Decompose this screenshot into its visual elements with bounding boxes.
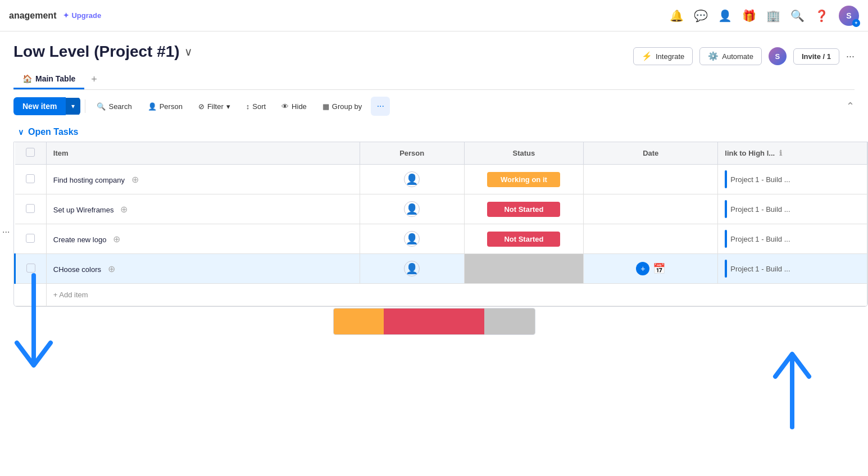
row-4-link-text: Project 1 - Build ... bbox=[730, 265, 790, 273]
summary-col-link bbox=[756, 308, 868, 335]
row-1-item-cell: Find hosting company ⊕ bbox=[46, 165, 360, 194]
new-item-button-group[interactable]: New item ▾ bbox=[13, 97, 80, 115]
group-by-button[interactable]: ▦ Group by bbox=[316, 99, 369, 114]
row-2-link-cell: Project 1 - Build ... bbox=[718, 194, 867, 224]
sort-icon: ↕ bbox=[246, 102, 250, 111]
avatar-badge: + bbox=[852, 19, 860, 27]
row-4-date-cell[interactable]: + 📅 bbox=[584, 254, 718, 284]
row-3-person-cell[interactable]: 👤 bbox=[360, 224, 464, 254]
toolbar-separator bbox=[85, 99, 85, 113]
row-4-checkbox-cell[interactable] bbox=[15, 254, 47, 284]
app-title: anagement bbox=[9, 11, 56, 21]
row-2-status-cell[interactable]: Not Started bbox=[464, 194, 584, 224]
avatar[interactable]: S + bbox=[839, 6, 859, 26]
add-tab-button[interactable]: + bbox=[87, 71, 102, 88]
summary-notstarted-color bbox=[384, 309, 484, 334]
new-item-button[interactable]: New item bbox=[13, 97, 66, 115]
summary-col-person bbox=[255, 308, 333, 335]
row-2-checkbox[interactable] bbox=[26, 204, 35, 213]
row-4-add-person-inline[interactable]: ⊕ bbox=[108, 264, 115, 274]
row-3-link-cell: Project 1 - Build ... bbox=[718, 224, 867, 254]
row-1-link-cell: Project 1 - Build ... bbox=[718, 165, 867, 194]
row-1-date-cell[interactable] bbox=[584, 165, 718, 194]
more-options-button[interactable]: ··· bbox=[846, 51, 855, 62]
row-4-person-cell[interactable]: 👤 bbox=[360, 254, 464, 284]
filter-button[interactable]: ⊘ Filter ▾ bbox=[192, 99, 237, 114]
row-4-link-bar bbox=[725, 260, 727, 278]
inbox-icon[interactable]: 💬 bbox=[694, 9, 708, 22]
col-person-header: Person bbox=[360, 142, 464, 165]
gift-icon[interactable]: 🎁 bbox=[742, 9, 756, 22]
integrate-button[interactable]: ⚡ Integrate bbox=[633, 47, 693, 65]
section-chevron-icon: ∨ bbox=[18, 128, 24, 137]
automate-icon: ⚙️ bbox=[708, 51, 719, 61]
search-icon: 🔍 bbox=[97, 102, 106, 111]
row-3-item-cell: Create new logo ⊕ bbox=[46, 224, 360, 254]
row-1-person-cell[interactable]: 👤 bbox=[360, 165, 464, 194]
row-4-checkbox[interactable] bbox=[26, 264, 35, 273]
tab-main-table[interactable]: 🏠 Main Table bbox=[13, 70, 84, 89]
add-person-icon[interactable]: 👤 bbox=[718, 9, 732, 22]
toolbar-collapse-button[interactable]: ⌃ bbox=[846, 100, 855, 112]
header-checkbox[interactable] bbox=[26, 148, 35, 157]
upgrade-button[interactable]: ✦ Upgrade bbox=[63, 11, 101, 20]
invite-button[interactable]: Invite / 1 bbox=[793, 48, 839, 65]
row-3-add-person-inline[interactable]: ⊕ bbox=[113, 234, 120, 244]
add-item-cell[interactable]: + Add item bbox=[46, 284, 867, 306]
table-header-row: Item Person Status Date link to High l..… bbox=[15, 142, 867, 165]
hide-button[interactable]: 👁 Hide bbox=[275, 99, 313, 114]
row-3-person-avatar: 👤 bbox=[404, 231, 420, 247]
row-3-checkbox-cell[interactable] bbox=[15, 224, 47, 254]
row-3-checkbox[interactable] bbox=[26, 234, 35, 243]
row-4-date-controls: + 📅 bbox=[590, 262, 711, 275]
title-chevron-icon[interactable]: ∨ bbox=[184, 45, 193, 58]
col-link-header: link to High l... ℹ bbox=[718, 142, 867, 165]
table-container: Item Person Status Date link to High l..… bbox=[13, 142, 868, 307]
automate-button[interactable]: ⚙️ Automate bbox=[699, 47, 762, 65]
row-3-link: Project 1 - Build ... bbox=[725, 230, 860, 248]
open-tasks-section: ∨ Open Tasks ··· Item Person Status Date… bbox=[13, 123, 868, 335]
row-4-status-cell[interactable] bbox=[464, 254, 584, 284]
toolbar-more-button[interactable]: ··· bbox=[371, 97, 390, 116]
row-2-add-person-inline[interactable]: ⊕ bbox=[120, 205, 128, 214]
table-row-highlighted: CHoose colors ⊕ 👤 + 📅 bbox=[15, 254, 867, 284]
col-item-header: Item bbox=[46, 142, 360, 165]
row-4-date-add-button[interactable]: + bbox=[636, 262, 649, 275]
row-2-checkbox-cell[interactable] bbox=[15, 194, 47, 224]
row-1-link: Project 1 - Build ... bbox=[725, 170, 860, 188]
add-item-button[interactable]: + Add item bbox=[53, 291, 88, 299]
row-4-calendar-icon[interactable]: 📅 bbox=[653, 262, 665, 275]
building-icon[interactable]: 🏢 bbox=[766, 9, 780, 22]
search-icon[interactable]: 🔍 bbox=[790, 9, 805, 22]
row-1-checkbox-cell[interactable] bbox=[15, 165, 47, 194]
person-button[interactable]: 👤 Person bbox=[141, 99, 189, 114]
row-4-item-name: CHoose colors bbox=[53, 265, 101, 274]
tasks-table: Item Person Status Date link to High l..… bbox=[14, 142, 867, 306]
row-context-dots[interactable]: ··· bbox=[2, 227, 10, 237]
summary-col-item bbox=[34, 308, 255, 335]
row-3-item-name: Create new logo bbox=[53, 235, 107, 244]
row-2-date-cell[interactable] bbox=[584, 194, 718, 224]
section-title[interactable]: ∨ Open Tasks bbox=[13, 123, 868, 142]
person-filter-icon: 👤 bbox=[148, 102, 157, 111]
row-2-person-cell[interactable]: 👤 bbox=[360, 194, 464, 224]
row-3-date-cell[interactable] bbox=[584, 224, 718, 254]
search-button[interactable]: 🔍 Search bbox=[90, 99, 138, 114]
row-1-status-cell[interactable]: Working on it bbox=[464, 165, 584, 194]
row-1-link-bar bbox=[725, 170, 727, 188]
sort-button[interactable]: ↕ Sort bbox=[239, 99, 272, 114]
filter-icon: ⊘ bbox=[198, 102, 204, 111]
new-item-dropdown-button[interactable]: ▾ bbox=[66, 98, 80, 115]
page-header: Low Level (Project #1) ∨ ⚡ Integrate ⚙️ … bbox=[0, 31, 868, 90]
row-1-checkbox[interactable] bbox=[26, 174, 35, 183]
row-3-status-cell[interactable]: Not Started bbox=[464, 224, 584, 254]
row-4-link: Project 1 - Build ... bbox=[725, 260, 860, 278]
help-icon[interactable]: ❓ bbox=[815, 9, 829, 22]
col-link-info-icon: ℹ bbox=[779, 149, 782, 157]
col-checkbox[interactable] bbox=[15, 142, 47, 165]
bell-icon[interactable]: 🔔 bbox=[670, 9, 684, 22]
row-2-link-bar bbox=[725, 200, 727, 218]
row-1-add-person-inline[interactable]: ⊕ bbox=[131, 175, 139, 184]
toolbar: New item ▾ 🔍 Search 👤 Person ⊘ Filter ▾ … bbox=[0, 90, 868, 123]
summary-col-checkbox bbox=[13, 308, 34, 335]
